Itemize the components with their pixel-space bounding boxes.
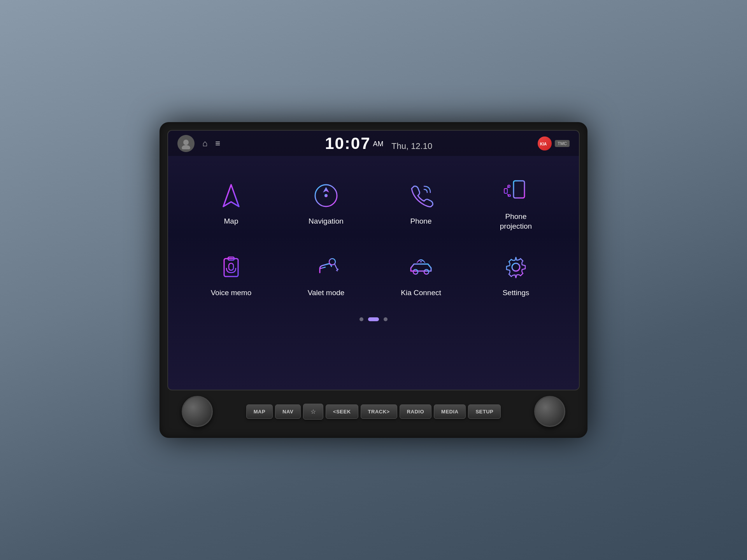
clock-date: Thu, 12.10 [391, 141, 432, 151]
nav-button[interactable]: NAV [275, 404, 301, 419]
kia-badge: KIA [538, 136, 552, 150]
status-bar: ⌂ ≡ 10:07AM Thu, 12.10 KIA TMC [168, 131, 579, 156]
valet-mode-icon [310, 252, 342, 283]
svg-rect-18 [508, 195, 510, 196]
infotainment-unit: ⌂ ≡ 10:07AM Thu, 12.10 KIA TMC [160, 122, 587, 438]
phone-menu-item[interactable]: Phone [374, 168, 468, 239]
tune-knob[interactable] [534, 396, 565, 427]
page-dot-3[interactable] [384, 317, 388, 321]
kia-connect-icon [405, 252, 437, 283]
track-forward-button[interactable]: TRACK> [361, 404, 397, 419]
status-right: KIA TMC [538, 136, 570, 150]
avatar [177, 135, 195, 152]
map-icon [216, 180, 247, 211]
clock-ampm: AM [373, 140, 384, 148]
svg-line-25 [335, 264, 338, 270]
svg-text:KIA: KIA [540, 142, 547, 146]
map-button[interactable]: MAP [246, 404, 273, 419]
svg-rect-10 [514, 181, 524, 198]
voice-memo-label: Voice memo [211, 288, 252, 298]
svg-point-31 [512, 263, 520, 271]
svg-point-1 [182, 145, 190, 149]
phone-projection-label: Phoneprojection [500, 212, 532, 231]
svg-point-29 [424, 270, 429, 274]
phone-projection-icon [500, 175, 531, 206]
map-label: Map [224, 217, 238, 226]
media-button[interactable]: MEDIA [434, 404, 466, 419]
navigation-label: Navigation [309, 217, 344, 226]
settings-icon [500, 252, 531, 283]
page-indicator [168, 314, 579, 327]
navigation-icon [310, 180, 342, 211]
settings-menu-item[interactable]: Settings [468, 239, 563, 310]
valet-mode-menu-item[interactable]: Valet mode [279, 239, 374, 310]
svg-point-24 [329, 259, 335, 265]
clock-time: 10:07 [325, 134, 370, 152]
map-menu-item[interactable]: Map [184, 168, 279, 239]
settings-label: Settings [503, 288, 530, 298]
svg-point-0 [183, 140, 189, 145]
page-dot-1[interactable] [359, 317, 363, 321]
main-screen: ⌂ ≡ 10:07AM Thu, 12.10 KIA TMC [167, 130, 580, 390]
tmc-badge: TMC [555, 140, 570, 147]
menu-button[interactable]: ≡ [215, 138, 219, 149]
svg-rect-21 [229, 263, 233, 270]
kia-connect-menu-item[interactable]: Kia Connect [374, 239, 468, 310]
phone-icon [405, 180, 437, 211]
favorite-button[interactable]: ☆ [303, 404, 323, 420]
svg-point-8 [324, 194, 328, 197]
kia-connect-label: Kia Connect [401, 288, 441, 298]
volume-knob[interactable] [182, 396, 213, 427]
voice-memo-icon [216, 252, 247, 283]
hardware-button-bar: ⏻ MAP NAV ☆ <SEEK TRACK> RADIO MEDIA SET… [167, 390, 580, 430]
dashboard-background: ⌂ ≡ 10:07AM Thu, 12.10 KIA TMC [0, 0, 747, 560]
radio-button[interactable]: RADIO [400, 404, 431, 419]
navigation-menu-item[interactable]: Navigation [279, 168, 374, 239]
main-menu-grid: Map Navigation [168, 156, 579, 314]
page-dot-2[interactable] [368, 317, 379, 321]
phone-projection-menu-item[interactable]: Phoneprojection [468, 168, 563, 239]
time-display: 10:07AM Thu, 12.10 [227, 134, 530, 153]
svg-point-28 [413, 270, 418, 274]
phone-label: Phone [410, 217, 432, 226]
valet-mode-label: Valet mode [308, 288, 345, 298]
voice-memo-menu-item[interactable]: Voice memo [184, 239, 279, 310]
home-button[interactable]: ⌂ [202, 138, 207, 149]
seek-back-button[interactable]: <SEEK [326, 404, 358, 419]
setup-button[interactable]: SETUP [468, 404, 501, 419]
svg-point-30 [420, 261, 422, 262]
